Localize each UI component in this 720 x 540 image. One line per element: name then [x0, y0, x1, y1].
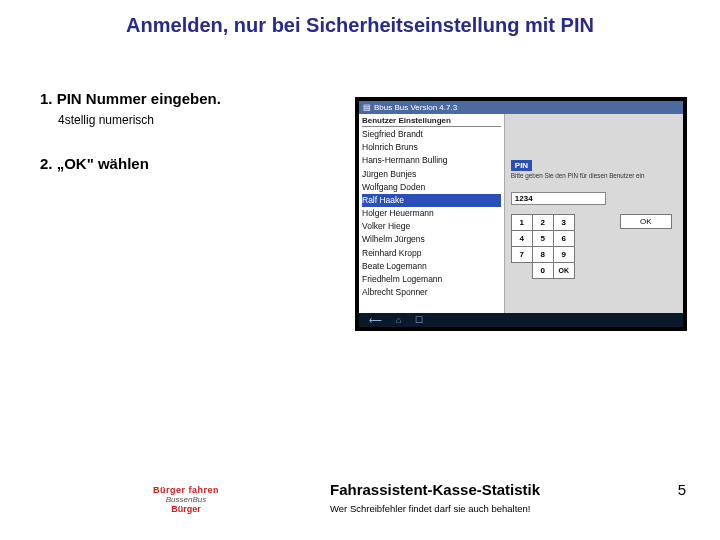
page-number: 5: [678, 481, 686, 498]
pin-label: PIN: [511, 160, 532, 171]
key-2[interactable]: 2: [532, 215, 553, 231]
ok-button[interactable]: OK: [620, 214, 672, 229]
list-item[interactable]: Hans-Hermann Bulling: [362, 154, 501, 167]
app-title-text: Bbus Bus Version 4.7.3: [374, 103, 457, 112]
pin-message: Bitte geben Sie den PIN für diesen Benut…: [511, 172, 679, 179]
logo-line1: Bürger fahren: [150, 485, 222, 495]
app-window: ▤ Bbus Bus Version 4.7.3 Benutzer Einste…: [359, 101, 683, 313]
logo-line3: Bürger: [150, 504, 222, 514]
key-6[interactable]: 6: [553, 231, 574, 247]
tablet-screenshot: ▤ Bbus Bus Version 4.7.3 Benutzer Einste…: [355, 97, 687, 331]
app-icon: ▤: [363, 103, 371, 112]
key-3[interactable]: 3: [553, 215, 574, 231]
list-item[interactable]: Siegfried Brandt: [362, 128, 501, 141]
footer-title: Fahrassistent-Kasse-Statistik: [330, 481, 540, 498]
user-list: Benutzer Einstellungen Siegfried Brandt …: [359, 114, 505, 314]
list-item[interactable]: Friedhelm Logemann: [362, 273, 501, 286]
key-9[interactable]: 9: [553, 247, 574, 263]
list-item[interactable]: Volker Hiege: [362, 220, 501, 233]
footer: Bürger fahren BussenBus Bürger Fahrassis…: [0, 460, 720, 520]
key-4[interactable]: 4: [511, 231, 532, 247]
app-titlebar: ▤ Bbus Bus Version 4.7.3: [359, 101, 683, 114]
user-list-header: Benutzer Einstellungen: [362, 116, 501, 127]
list-item[interactable]: Jürgen Bunjes: [362, 168, 501, 181]
key-5[interactable]: 5: [532, 231, 553, 247]
android-navbar: ⟵ ⌂ ☐: [359, 313, 683, 327]
logo-line2: BussenBus: [150, 495, 222, 504]
pin-panel: PIN Bitte geben Sie den PIN für diesen B…: [505, 114, 683, 314]
list-item[interactable]: Albrecht Sponner: [362, 286, 501, 299]
list-item[interactable]: Beate Logemann: [362, 260, 501, 273]
key-0[interactable]: 0: [532, 263, 553, 279]
list-item[interactable]: Holnrich Bruns: [362, 141, 501, 154]
key-1[interactable]: 1: [511, 215, 532, 231]
key-7[interactable]: 7: [511, 247, 532, 263]
key-blank: [511, 263, 532, 279]
keypad: 1 2 3 4 5 6 7 8 9: [511, 214, 575, 279]
list-item-selected[interactable]: Ralf Haake: [362, 194, 501, 207]
slide-title: Anmelden, nur bei Sicherheitseinstellung…: [0, 0, 720, 45]
recents-icon[interactable]: ☐: [415, 315, 423, 325]
list-item[interactable]: Wilhelm Jürgens: [362, 233, 501, 246]
home-icon[interactable]: ⌂: [396, 315, 401, 325]
list-item[interactable]: Holger Heuermann: [362, 207, 501, 220]
list-item[interactable]: Reinhard Kropp: [362, 247, 501, 260]
key-8[interactable]: 8: [532, 247, 553, 263]
footer-subtitle: Wer Schreibfehler findet darf sie auch b…: [330, 503, 531, 514]
key-ok-small[interactable]: OK: [553, 263, 574, 279]
list-item[interactable]: Wolfgang Doden: [362, 181, 501, 194]
pin-input[interactable]: 1234: [511, 192, 606, 205]
back-icon[interactable]: ⟵: [369, 315, 382, 325]
logo: Bürger fahren BussenBus Bürger: [150, 485, 222, 514]
